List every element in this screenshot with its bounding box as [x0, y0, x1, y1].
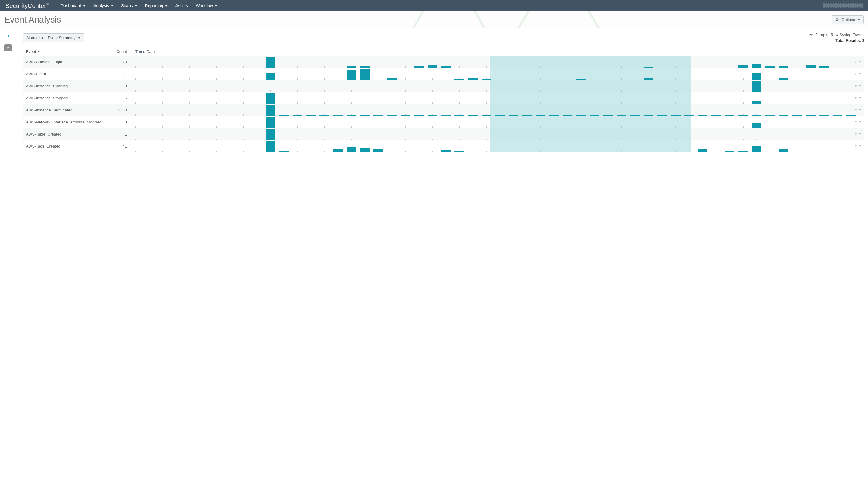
main-panel: Normalized Event Summary Jump to Raw Sys…	[16, 28, 868, 496]
trend-sparkline[interactable]	[135, 80, 851, 92]
table-row: AWS-Instance_Terminated3300	[23, 104, 864, 116]
chevron-down-icon	[83, 5, 86, 6]
trend-sparkline[interactable]	[135, 116, 851, 128]
row-actions[interactable]	[851, 108, 862, 112]
chevron-down-icon	[859, 145, 862, 147]
event-name[interactable]: AWS-Instance_Running	[26, 84, 112, 88]
event-name[interactable]: AWS-Network_Interface_Attribute_Modified	[26, 120, 112, 124]
event-count: 23	[112, 60, 127, 64]
chevron-down-icon	[111, 5, 113, 6]
left-rail: ›› 2	[0, 28, 16, 496]
table-row: AWS-Table_Created1	[23, 128, 864, 140]
event-name[interactable]: AWS-Instance_Stopped	[26, 96, 112, 100]
user-menu[interactable]	[823, 3, 863, 8]
event-table: Event Count Trend Data AWS-Console_Login…	[23, 48, 864, 152]
total-results: Total Results: 8	[809, 38, 864, 43]
chevron-down-icon	[859, 97, 862, 99]
row-actions[interactable]	[851, 144, 862, 149]
toolbar: Normalized Event Summary Jump to Raw Sys…	[23, 32, 864, 43]
event-count: 3	[112, 120, 127, 124]
nav-workflow[interactable]: Workflow	[196, 3, 217, 8]
page-title: Event Analysis	[4, 15, 61, 25]
chevron-down-icon	[165, 5, 168, 6]
event-count: 41	[112, 144, 127, 149]
nav-reporting[interactable]: Reporting	[145, 3, 168, 8]
table-row: AWS-Instance_Running3	[23, 80, 864, 92]
body: ›› 2 Normalized Event Summary Jump to Ra…	[0, 28, 868, 496]
chevron-down-icon	[859, 73, 862, 75]
jump-to-raw-link[interactable]: Jump to Raw Syslog Events	[809, 32, 864, 37]
view-selector[interactable]: Normalized Event Summary	[23, 33, 85, 42]
table-row: AWS-Event81	[23, 68, 864, 80]
top-navbar: SecurityCenter™ DashboardAnalysisScansRe…	[0, 0, 868, 12]
gear-icon	[836, 17, 839, 22]
jump-link-label: Jump to Raw Syslog Events	[815, 32, 864, 37]
chevron-down-icon	[859, 121, 862, 123]
view-selector-label: Normalized Event Summary	[27, 35, 76, 40]
event-name[interactable]: AWS-Event	[26, 72, 112, 76]
chevron-down-icon	[859, 134, 862, 135]
event-count: 3300	[112, 108, 127, 112]
options-button[interactable]: Options	[832, 15, 864, 24]
chevron-down-icon	[857, 19, 860, 20]
row-actions[interactable]	[851, 60, 862, 64]
gear-icon	[854, 84, 858, 88]
gear-icon	[854, 72, 858, 76]
event-count: 1	[112, 132, 127, 136]
event-count: 81	[112, 72, 127, 76]
brand-tm: ™	[46, 3, 48, 6]
nav-assets[interactable]: Assets	[176, 3, 188, 8]
row-actions[interactable]	[851, 72, 862, 76]
chevron-down-icon	[859, 109, 862, 111]
brand-b: Center	[28, 2, 46, 9]
event-count: 6	[112, 96, 127, 100]
trend-sparkline[interactable]	[135, 104, 851, 116]
row-actions[interactable]	[851, 96, 862, 100]
main-nav: DashboardAnalysisScansReportingAssetsWor…	[61, 3, 217, 8]
filter-count-badge[interactable]: 2	[4, 44, 12, 51]
trend-sparkline[interactable]	[135, 68, 851, 80]
chevron-down-icon	[859, 85, 862, 87]
nav-analysis[interactable]: Analysis	[93, 3, 113, 8]
event-name[interactable]: AWS-Instance_Terminated	[26, 108, 112, 112]
event-count: 3	[112, 84, 127, 88]
gear-icon	[854, 108, 858, 112]
gear-icon	[854, 144, 858, 149]
nav-scans[interactable]: Scans	[121, 3, 137, 8]
event-name[interactable]: AWS-Tags_Created	[26, 144, 112, 149]
event-name[interactable]: AWS-Console_Login	[26, 60, 112, 64]
brand-a: Security	[5, 2, 28, 9]
gear-icon	[854, 132, 858, 136]
col-event-header[interactable]: Event	[26, 49, 112, 54]
table-row: AWS-Instance_Stopped6	[23, 92, 864, 104]
table-row: AWS-Network_Interface_Attribute_Modified…	[23, 116, 864, 128]
table-header: Event Count Trend Data	[23, 48, 864, 56]
event-name[interactable]: AWS-Table_Created	[26, 132, 112, 136]
options-label: Options	[841, 17, 855, 22]
chevron-down-icon	[78, 37, 80, 38]
nav-dashboard[interactable]: Dashboard	[61, 3, 86, 8]
col-trend-header: Trend Data	[135, 49, 155, 54]
brand: SecurityCenter™	[5, 2, 48, 9]
page-header: Event Analysis Options	[0, 12, 868, 28]
sort-asc-icon	[37, 51, 40, 52]
trend-sparkline[interactable]	[135, 92, 851, 104]
chevron-down-icon	[135, 5, 137, 6]
row-actions[interactable]	[851, 120, 862, 124]
gear-icon	[854, 60, 858, 64]
row-actions[interactable]	[851, 132, 862, 136]
table-row: AWS-Console_Login23	[23, 56, 864, 68]
trend-sparkline[interactable]	[135, 56, 851, 68]
table-row: AWS-Tags_Created41	[23, 140, 864, 152]
gear-icon	[854, 96, 858, 100]
chevron-down-icon	[859, 61, 862, 63]
row-actions[interactable]	[851, 84, 862, 88]
trend-sparkline[interactable]	[135, 140, 851, 152]
chevron-down-icon	[215, 5, 217, 6]
gear-icon	[854, 120, 858, 124]
col-count-header[interactable]: Count	[112, 49, 127, 54]
trend-sparkline[interactable]	[135, 128, 851, 140]
